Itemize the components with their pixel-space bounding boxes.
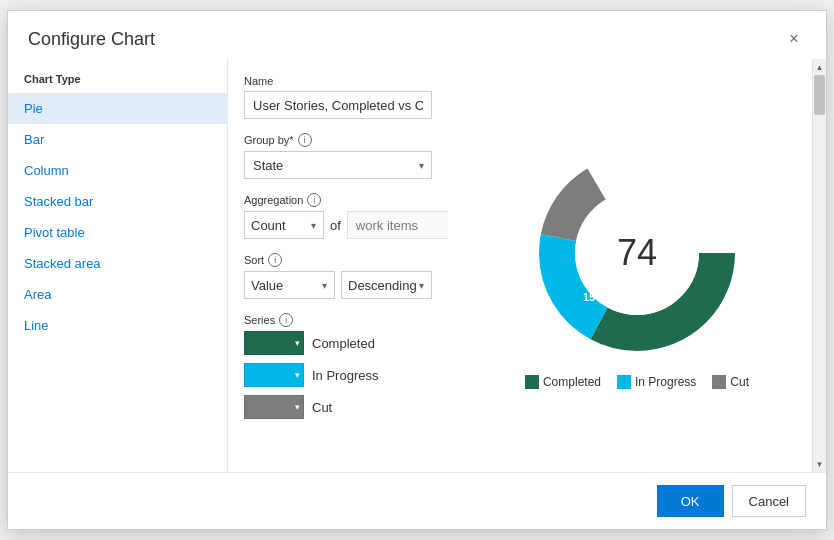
legend-item-in-progress: In Progress bbox=[617, 375, 696, 389]
legend-item-completed: Completed bbox=[525, 375, 601, 389]
donut-center-value: 74 bbox=[617, 232, 657, 274]
sort-dir-select[interactable]: Descending Ascending bbox=[341, 271, 432, 299]
series-info-icon[interactable]: i bbox=[279, 313, 293, 327]
aggregation-label: Aggregation i bbox=[244, 193, 432, 207]
donut-chart: 49 15 10 74 bbox=[527, 143, 747, 363]
sidebar-item-bar[interactable]: Bar bbox=[8, 124, 227, 155]
group-by-select[interactable]: State Assigned To Iteration bbox=[244, 151, 432, 179]
completed-value-label: 49 bbox=[669, 277, 681, 289]
configure-chart-dialog: Configure Chart × Chart Type PieBarColum… bbox=[7, 10, 827, 530]
sort-label: Sort i bbox=[244, 253, 432, 267]
group-by-info-icon[interactable]: i bbox=[298, 133, 312, 147]
series-list: ▾Completed▾In Progress▾Cut bbox=[244, 331, 432, 419]
scrollbar-track bbox=[813, 75, 826, 456]
close-button[interactable]: × bbox=[782, 27, 806, 51]
sidebar: Chart Type PieBarColumnStacked barPivot … bbox=[8, 59, 228, 472]
group-by-select-wrapper: State Assigned To Iteration ▾ bbox=[244, 151, 432, 179]
scroll-up-button[interactable]: ▲ bbox=[813, 59, 826, 75]
series-color-cut[interactable] bbox=[244, 395, 304, 419]
legend-item-cut: Cut bbox=[712, 375, 749, 389]
sidebar-item-stacked-bar[interactable]: Stacked bar bbox=[8, 186, 227, 217]
in-progress-value-label: 15 bbox=[583, 291, 595, 303]
group-by-label: Group by* i bbox=[244, 133, 432, 147]
sidebar-item-column[interactable]: Column bbox=[8, 155, 227, 186]
series-label-cut: Cut bbox=[312, 400, 332, 415]
sort-dir-select-wrapper: Descending Ascending ▾ bbox=[341, 271, 432, 299]
chart-container: 49 15 10 74 CompletedIn ProgressCut bbox=[525, 143, 749, 389]
sort-info-icon[interactable]: i bbox=[268, 253, 282, 267]
legend-label-cut: Cut bbox=[730, 375, 749, 389]
legend-label-in-progress: In Progress bbox=[635, 375, 696, 389]
name-input[interactable] bbox=[244, 91, 432, 119]
preview-area: 49 15 10 74 CompletedIn ProgressCut ▲ ▼ bbox=[448, 59, 826, 472]
sort-field-group: Sort i Value Label ▾ bbox=[244, 253, 432, 299]
legend-label-completed: Completed bbox=[543, 375, 601, 389]
main-content: Name Group by* i State Assigned To Ite bbox=[228, 59, 826, 472]
scroll-down-button[interactable]: ▼ bbox=[813, 456, 826, 472]
series-label: Series i bbox=[244, 313, 432, 327]
dialog-footer: OK Cancel bbox=[8, 472, 826, 529]
of-label: of bbox=[330, 218, 341, 233]
legend-swatch-in-progress bbox=[617, 375, 631, 389]
agg-select-wrapper: Count Sum Average ▾ bbox=[244, 211, 324, 239]
series-label-in-progress: In Progress bbox=[312, 368, 378, 383]
name-field-group: Name bbox=[244, 75, 432, 119]
sidebar-item-line[interactable]: Line bbox=[8, 310, 227, 341]
work-items-input[interactable] bbox=[347, 211, 448, 239]
sidebar-item-pivot-table[interactable]: Pivot table bbox=[8, 217, 227, 248]
ok-button[interactable]: OK bbox=[657, 485, 724, 517]
sidebar-item-pie[interactable]: Pie bbox=[8, 93, 227, 124]
dialog-header: Configure Chart × bbox=[8, 11, 826, 59]
aggregation-row: Count Sum Average ▾ of bbox=[244, 211, 432, 239]
cut-value-label: 10 bbox=[621, 179, 633, 191]
chart-type-label: Chart Type bbox=[8, 69, 227, 93]
group-by-field-group: Group by* i State Assigned To Iteration … bbox=[244, 133, 432, 179]
series-color-in-progress[interactable] bbox=[244, 363, 304, 387]
scrollbar: ▲ ▼ bbox=[812, 59, 826, 472]
dialog-title: Configure Chart bbox=[28, 29, 155, 50]
sort-select-wrapper: Value Label ▾ bbox=[244, 271, 335, 299]
chart-legend: CompletedIn ProgressCut bbox=[525, 375, 749, 389]
sidebar-item-area[interactable]: Area bbox=[8, 279, 227, 310]
name-label: Name bbox=[244, 75, 432, 87]
series-item-completed: ▾Completed bbox=[244, 331, 432, 355]
series-label-completed: Completed bbox=[312, 336, 375, 351]
legend-swatch-completed bbox=[525, 375, 539, 389]
series-item-in-progress: ▾In Progress bbox=[244, 363, 432, 387]
dialog-body: Chart Type PieBarColumnStacked barPivot … bbox=[8, 59, 826, 472]
sort-select[interactable]: Value Label bbox=[244, 271, 335, 299]
legend-swatch-cut bbox=[712, 375, 726, 389]
aggregation-select[interactable]: Count Sum Average bbox=[244, 211, 324, 239]
sidebar-item-stacked-area[interactable]: Stacked area bbox=[8, 248, 227, 279]
cancel-button[interactable]: Cancel bbox=[732, 485, 806, 517]
series-item-cut: ▾Cut bbox=[244, 395, 432, 419]
aggregation-info-icon[interactable]: i bbox=[307, 193, 321, 207]
series-color-completed[interactable] bbox=[244, 331, 304, 355]
form-area: Name Group by* i State Assigned To Ite bbox=[228, 59, 448, 472]
sort-row: Value Label ▾ Descending Ascending ▾ bbox=[244, 271, 432, 299]
series-field-group: Series i ▾Completed▾In Progress▾Cut bbox=[244, 313, 432, 419]
scrollbar-thumb[interactable] bbox=[814, 75, 825, 115]
aggregation-field-group: Aggregation i Count Sum Average ▾ of bbox=[244, 193, 432, 239]
